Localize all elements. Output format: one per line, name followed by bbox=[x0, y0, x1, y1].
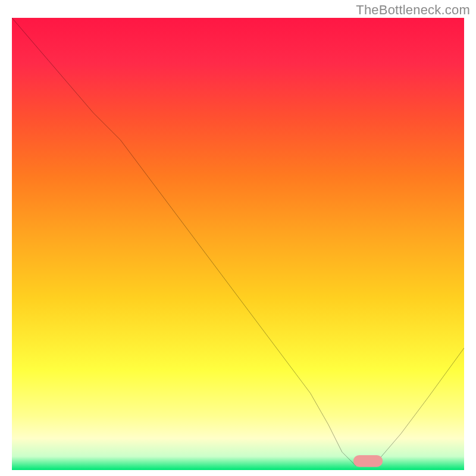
chart-background bbox=[12, 18, 464, 470]
watermark-text: TheBottleneck.com bbox=[356, 2, 470, 18]
chart-container: TheBottleneck.com bbox=[0, 0, 476, 476]
bottleneck-chart bbox=[12, 18, 464, 470]
optimal-range-marker bbox=[353, 455, 383, 467]
